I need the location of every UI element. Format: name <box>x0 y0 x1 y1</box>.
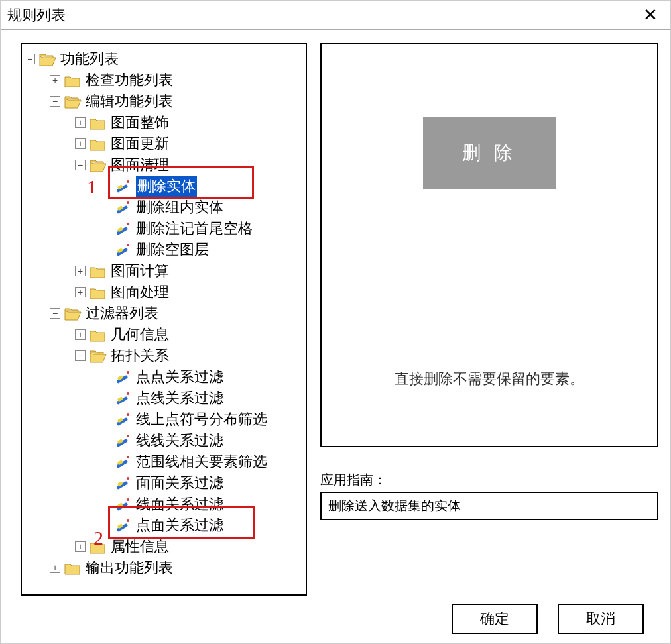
tree-label: 过滤器列表 <box>86 303 158 324</box>
dialog-title: 规则列表 <box>7 5 66 25</box>
folder-closed-icon <box>90 116 107 129</box>
tree-panel: − 功能列表 + 检查功能列表 − 编辑功能列表 <box>21 43 307 596</box>
tree-label: 图面整饰 <box>111 112 169 133</box>
tree-label: 点点关系过滤 <box>136 366 223 388</box>
tree-label: 范围线相关要素筛选 <box>136 451 267 472</box>
tree-node-del-space[interactable]: 删除注记首尾空格 <box>25 218 303 239</box>
tree-label: 属性信息 <box>111 536 169 557</box>
cancel-button[interactable]: 取消 <box>558 604 644 634</box>
tree-node-geom[interactable]: + 几何信息 <box>25 324 303 345</box>
tree-node-clean[interactable]: − 图面清理 <box>25 154 303 176</box>
tree-node-range[interactable]: 范围线相关要素筛选 <box>25 451 303 472</box>
tree-node-pl[interactable]: 点线关系过滤 <box>25 388 303 409</box>
expand-icon[interactable]: + <box>75 329 86 340</box>
tree-node-calc[interactable]: + 图面计算 <box>25 260 303 282</box>
folder-closed-icon <box>90 264 107 278</box>
tree-label: 点线关系过滤 <box>136 388 223 409</box>
folder-closed-icon <box>64 74 82 87</box>
tree-label: 线面关系过滤 <box>136 494 223 515</box>
wand-icon <box>115 433 132 448</box>
tree-label: 图面更新 <box>111 133 169 154</box>
expand-icon[interactable]: + <box>75 266 86 276</box>
folder-open-icon <box>90 349 107 362</box>
tree-node-lps[interactable]: 线上点符号分布筛选 <box>25 409 303 430</box>
guide-label: 应用指南： <box>320 471 658 489</box>
collapse-icon[interactable]: − <box>75 160 86 170</box>
tree-label: 点面关系过滤 <box>136 515 223 536</box>
tree-label: 几何信息 <box>111 324 169 345</box>
collapse-icon[interactable]: − <box>50 96 60 107</box>
tree-label: 图面处理 <box>111 282 169 303</box>
wand-icon <box>115 179 132 193</box>
wand-icon <box>115 200 132 215</box>
expand-icon[interactable]: + <box>75 541 86 552</box>
tree-label: 拓扑关系 <box>111 345 169 366</box>
preview-panel: 删 除 直接删除不需要保留的要素。 <box>320 43 658 447</box>
folder-closed-icon <box>90 540 107 553</box>
tree-label: 图面清理 <box>111 154 169 176</box>
tree-label: 删除注记首尾空格 <box>136 218 253 239</box>
tree-node-la[interactable]: 线面关系过滤 <box>25 494 303 515</box>
wand-icon <box>115 412 132 427</box>
expand-icon[interactable]: + <box>50 75 60 85</box>
folder-closed-icon <box>90 137 107 150</box>
tree-node-ll[interactable]: 线线关系过滤 <box>25 430 303 451</box>
folder-open-icon <box>64 307 82 320</box>
tree-node-pp[interactable]: 点点关系过滤 <box>25 366 303 388</box>
close-icon[interactable]: ✕ <box>637 2 664 28</box>
rules-dialog: 规则列表 ✕ − 功能列表 + 检查功能列表 <box>0 0 671 644</box>
folder-closed-icon <box>90 328 107 341</box>
expand-icon[interactable]: + <box>50 563 60 573</box>
wand-icon <box>115 221 132 236</box>
tree-label: 输出功能列表 <box>86 557 173 578</box>
delete-action-button[interactable]: 删 除 <box>423 117 556 189</box>
tree-node-edit[interactable]: − 编辑功能列表 <box>25 91 303 112</box>
collapse-icon[interactable]: − <box>75 350 86 361</box>
tree-label-selected: 删除实体 <box>136 176 197 197</box>
collapse-icon[interactable]: − <box>50 308 60 319</box>
tree-node-topo[interactable]: − 拓扑关系 <box>25 345 303 366</box>
tree-node-pa[interactable]: 点面关系过滤 <box>25 515 303 536</box>
tree-node-deco[interactable]: + 图面整饰 <box>25 112 303 133</box>
guide-text: 删除送入数据集的实体 <box>328 497 650 515</box>
tree-node-root[interactable]: − 功能列表 <box>25 48 303 70</box>
folder-open-icon <box>64 95 82 108</box>
tree-node-check[interactable]: + 检查功能列表 <box>25 70 303 91</box>
wand-icon <box>115 455 132 469</box>
tree-node-output[interactable]: + 输出功能列表 <box>25 557 303 578</box>
titlebar: 规则列表 ✕ <box>1 1 670 30</box>
folder-closed-icon <box>90 286 107 299</box>
tree-label: 编辑功能列表 <box>86 91 173 112</box>
tree-label: 面面关系过滤 <box>136 472 223 494</box>
tree-label: 检查功能列表 <box>86 70 173 91</box>
wand-icon <box>115 370 132 384</box>
collapse-icon[interactable]: − <box>25 54 35 64</box>
tree-node-aa[interactable]: 面面关系过滤 <box>25 472 303 494</box>
tree-label: 删除空图层 <box>136 239 209 260</box>
tree-label: 线线关系过滤 <box>136 430 223 451</box>
folder-open-icon <box>39 52 56 66</box>
wand-icon <box>115 518 132 533</box>
tree-node-attr[interactable]: + 属性信息 <box>25 536 303 557</box>
tree-node-del-layer[interactable]: 删除空图层 <box>25 239 303 260</box>
tree-node-del-entity[interactable]: 删除实体 <box>25 176 303 197</box>
dialog-button-bar: 确定 取消 <box>1 601 670 643</box>
folder-closed-icon <box>64 561 82 574</box>
wand-icon <box>115 497 132 511</box>
tree-node-update[interactable]: + 图面更新 <box>25 133 303 154</box>
wand-icon <box>115 476 132 490</box>
tree-label: 线上点符号分布筛选 <box>136 409 267 430</box>
tree-node-proc[interactable]: + 图面处理 <box>25 282 303 303</box>
wand-icon <box>115 391 132 405</box>
ok-button[interactable]: 确定 <box>452 604 538 634</box>
tree-label: 功能列表 <box>60 48 119 70</box>
tree-node-filter[interactable]: − 过滤器列表 <box>25 303 303 324</box>
tree-node-del-group[interactable]: 删除组内实体 <box>25 197 303 218</box>
expand-icon[interactable]: + <box>75 117 86 128</box>
tree-label: 删除组内实体 <box>136 197 223 218</box>
expand-icon[interactable]: + <box>75 138 86 149</box>
tree-label: 图面计算 <box>111 260 169 282</box>
expand-icon[interactable]: + <box>75 287 86 297</box>
folder-open-icon <box>90 158 107 172</box>
rule-tree[interactable]: − 功能列表 + 检查功能列表 − 编辑功能列表 <box>25 48 303 578</box>
